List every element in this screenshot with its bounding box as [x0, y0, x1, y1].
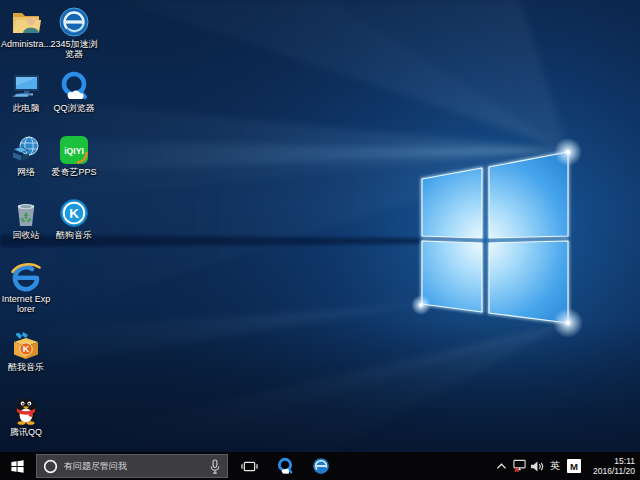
desktop-icon-iqiyi-pps[interactable]: iQIYI 爱奇艺PPS — [48, 134, 100, 177]
search-placeholder-text: 有问题尽管问我 — [64, 460, 209, 473]
chevron-up-icon — [496, 461, 507, 472]
kuwo-music-icon: K — [10, 329, 42, 361]
desktop-icon-tencent-qq[interactable]: 腾讯QQ — [0, 394, 52, 437]
system-tray: 英 M 15:11 2016/11/20 — [492, 452, 640, 480]
kugou-music-icon: K — [58, 197, 90, 229]
iqiyi-pps-icon: iQIYI — [58, 134, 90, 166]
icon-label: Administra... — [1, 39, 51, 49]
tencent-qq-icon — [10, 394, 42, 426]
taskbar-qq-browser-button[interactable] — [270, 452, 300, 480]
icon-label: 此电脑 — [13, 103, 40, 113]
qq-browser-taskbar-icon — [276, 457, 294, 475]
network-tray-button[interactable] — [510, 452, 528, 480]
icon-label: QQ浏览器 — [53, 103, 94, 113]
ime-language-indicator[interactable]: 英 — [546, 452, 564, 480]
user-folder-icon — [10, 6, 42, 38]
cortana-icon — [43, 459, 58, 474]
icon-label: 酷狗音乐 — [56, 230, 92, 240]
this-pc-icon — [10, 70, 42, 102]
recycle-bin-icon — [10, 197, 42, 229]
desktop-icon-kugou-music[interactable]: K 酷狗音乐 — [48, 197, 100, 240]
clock[interactable]: 15:11 2016/11/20 — [584, 452, 640, 480]
icon-label: 爱奇艺PPS — [51, 167, 96, 177]
icon-label: Internet Explorer — [1, 294, 51, 314]
microphone-icon[interactable] — [209, 459, 221, 474]
taskbar: 有问题尽管问我 — [0, 452, 640, 480]
task-view-icon — [241, 459, 258, 474]
qq-browser-icon — [58, 70, 90, 102]
tray-expand-button[interactable] — [492, 452, 510, 480]
svg-text:iQIYI: iQIYI — [64, 146, 84, 156]
desktop-icon-kuwo-music[interactable]: K 酷我音乐 — [0, 329, 52, 372]
desktop-icon-internet-explorer[interactable]: Internet Explorer — [0, 261, 52, 314]
windows-desktop: Administra... 此电脑 网络 — [0, 0, 640, 480]
desktop-icon-user-folder[interactable]: Administra... — [0, 6, 52, 49]
desktop-icon-this-pc[interactable]: 此电脑 — [0, 70, 52, 113]
search-box[interactable]: 有问题尽管问我 — [36, 454, 228, 478]
icon-label: 腾讯QQ — [10, 427, 42, 437]
svg-text:K: K — [23, 344, 30, 354]
2345-browser-taskbar-icon — [312, 457, 330, 475]
icon-label: 酷我音乐 — [8, 362, 44, 372]
icon-label: 2345加速浏览器 — [49, 39, 99, 59]
network-icon — [10, 134, 42, 166]
taskbar-2345-browser-button[interactable] — [306, 452, 336, 480]
desktop-icon-2345-browser[interactable]: 2345加速浏览器 — [48, 6, 100, 59]
2345-browser-icon — [58, 6, 90, 38]
clock-date: 2016/11/20 — [593, 466, 635, 476]
network-disconnected-icon — [512, 459, 527, 473]
volume-tray-button[interactable] — [528, 452, 546, 480]
desktop-icon-network[interactable]: 网络 — [0, 134, 52, 177]
desktop-icon-qq-browser[interactable]: QQ浏览器 — [48, 70, 100, 113]
task-view-button[interactable] — [234, 452, 264, 480]
internet-explorer-icon — [10, 261, 42, 293]
clock-time: 15:11 — [614, 456, 635, 466]
speaker-icon — [530, 460, 544, 473]
icon-label: 回收站 — [13, 230, 40, 240]
svg-text:K: K — [69, 206, 79, 221]
windows-logo-icon — [10, 459, 25, 474]
ime-mode-badge[interactable]: M — [567, 459, 581, 473]
start-button[interactable] — [0, 452, 34, 480]
icon-label: 网络 — [17, 167, 35, 177]
desktop-icon-recycle-bin[interactable]: 回收站 — [0, 197, 52, 240]
